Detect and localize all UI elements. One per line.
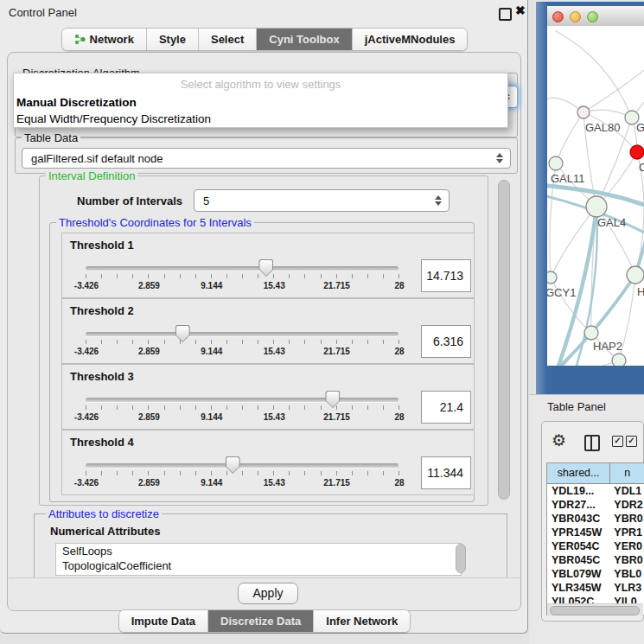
table-header-row: shared...n [547, 463, 644, 484]
slider-tick [180, 274, 181, 278]
tab-discretize-data[interactable]: Discretize Data [207, 610, 313, 632]
columns-icon[interactable] [584, 435, 600, 451]
table-row[interactable]: YDL19...YDL1 [547, 484, 644, 498]
threshold-slider-handle[interactable] [258, 259, 273, 277]
checkbox-icon[interactable]: ✓ [626, 436, 637, 447]
network-node[interactable] [549, 156, 563, 170]
tab-jactivemnodules[interactable]: jActiveMNodules [352, 29, 468, 50]
num-intervals-combobox[interactable]: 5 [194, 189, 450, 212]
table-cell[interactable]: YLR345W [547, 581, 610, 595]
threshold-slider-track[interactable] [86, 266, 399, 271]
table-data-combobox[interactable]: galFiltered.sif default node [22, 148, 511, 169]
slider-tick-label: 2.859 [138, 478, 160, 488]
num-intervals-label: Number of Intervals [77, 194, 182, 207]
network-canvas[interactable]: GAL80GACGAL11GAL4GCY1HHAP2 [547, 26, 644, 366]
slider-tick [258, 274, 258, 278]
threshold-slider-handle[interactable] [175, 325, 190, 342]
threshold-value-field[interactable]: 6.316 [421, 325, 471, 358]
network-node[interactable] [612, 354, 626, 366]
table-cell[interactable]: YER0 [610, 539, 644, 553]
table-cell[interactable]: YBR0 [610, 512, 644, 526]
table-cell[interactable]: YDL1 [610, 484, 644, 498]
network-edge-highlighted[interactable] [635, 206, 644, 275]
table-cell[interactable]: YBR043C [547, 512, 610, 526]
popup-algorithm-item[interactable]: Equal Width/Frequency Discretization [14, 111, 507, 127]
slider-tick [226, 340, 227, 344]
table-cell[interactable]: YBR0 [610, 553, 644, 567]
network-node[interactable] [586, 196, 607, 217]
close-icon[interactable]: ✖ [515, 3, 526, 17]
tab-cyni-toolbox[interactable]: Cyni Toolbox [256, 29, 351, 50]
tab-infer-network[interactable]: Infer Network [313, 610, 410, 632]
tab-select[interactable]: Select [198, 29, 256, 50]
attribute-list-item[interactable]: TopologicalCoefficient [56, 558, 461, 573]
minimize-traffic-light-icon[interactable] [570, 11, 581, 22]
slider-tick [132, 405, 133, 410]
table-cell[interactable]: YLR3 [610, 581, 644, 595]
threshold-value-field[interactable]: 14.713 [421, 259, 471, 292]
attribute-list-item[interactable]: BetweennessCentrality [56, 573, 461, 576]
threshold-value-field[interactable]: 11.344 [421, 456, 471, 489]
table-cell[interactable]: YDR2 [610, 498, 644, 512]
network-node[interactable] [630, 145, 644, 159]
network-node[interactable] [547, 271, 557, 284]
threshold-slider-handle[interactable] [226, 456, 240, 474]
network-node[interactable] [577, 106, 590, 118]
network-window-titlebar[interactable] [547, 6, 644, 27]
table-hscrollbar-track[interactable] [547, 603, 643, 615]
table-row[interactable]: YBR043CYBR0 [547, 512, 644, 526]
table-row[interactable]: YBL079WYBL0 [547, 567, 644, 581]
table-row[interactable]: YBR045CYBR0 [547, 553, 644, 567]
table-panel-title: Table Panel [547, 400, 606, 413]
network-edge[interactable] [556, 112, 583, 163]
slider-tick [352, 340, 353, 344]
zoom-traffic-light-icon[interactable] [587, 11, 598, 22]
tab-network[interactable]: Network [62, 29, 146, 50]
table-cell[interactable]: YPR1 [610, 526, 644, 539]
threshold-slider-track[interactable] [86, 332, 399, 336]
slider-tick-label: 21.715 [323, 412, 350, 422]
threshold-slider-track[interactable] [86, 463, 399, 468]
table-data-group-title: Table Data [22, 131, 80, 144]
network-node[interactable] [584, 326, 598, 340]
attribute-list-item[interactable]: SelfLoops [56, 544, 461, 558]
table-cell[interactable]: YDL19... [547, 484, 610, 498]
network-node[interactable] [627, 266, 644, 284]
table-cell[interactable]: YDR27... [547, 498, 610, 512]
slider-tick [304, 340, 305, 344]
network-edge[interactable] [583, 61, 644, 112]
popup-algorithm-item[interactable]: Manual Discretization [14, 94, 507, 111]
slider-tick [86, 471, 86, 475]
slider-tick [164, 274, 165, 278]
table-hscrollbar-thumb[interactable] [550, 606, 640, 615]
table-cell[interactable]: YER054C [547, 539, 610, 553]
attributes-list-scrollbar[interactable] [456, 544, 466, 573]
thresholds-group-title: Threshold's Coordinates for 5 Intervals [56, 216, 254, 229]
slider-tick [226, 274, 227, 278]
gear-icon[interactable]: ⚙ [552, 432, 566, 449]
threshold-slider-handle[interactable] [325, 391, 340, 408]
table-column-header[interactable]: shared... [547, 463, 610, 483]
float-window-icon[interactable] [499, 8, 512, 21]
table-row[interactable]: YLR345WYLR3 [547, 581, 644, 595]
table-cell[interactable]: YBR045C [547, 553, 610, 567]
table-cell[interactable]: YBL0 [610, 567, 644, 581]
threshold-slider-track[interactable] [86, 398, 399, 402]
tab-style[interactable]: Style [146, 29, 198, 50]
panel-scrollbar[interactable] [498, 180, 510, 500]
table-row[interactable]: YER054CYER0 [547, 539, 644, 553]
close-traffic-light-icon[interactable] [552, 11, 564, 22]
checkbox-icon[interactable]: ✓ [612, 436, 623, 447]
table-column-header[interactable]: n [610, 463, 644, 483]
table-cell[interactable]: YPR145W [547, 526, 610, 539]
apply-button[interactable]: Apply [238, 583, 298, 604]
slider-handle-face [226, 457, 239, 473]
numerical-attributes-list[interactable]: SelfLoopsTopologicalCoefficientBetweenne… [55, 543, 462, 576]
table-row[interactable]: YPR145WYPR1 [547, 526, 644, 539]
network-edge[interactable] [556, 31, 632, 118]
table-cell[interactable]: YBL079W [547, 567, 610, 581]
threshold-value-field[interactable]: 21.4 [421, 391, 471, 424]
tab-impute-data[interactable]: Impute Data [119, 610, 207, 632]
slider-tick-label: -3.426 [74, 478, 99, 488]
table-row[interactable]: YDR27...YDR2 [547, 498, 644, 512]
